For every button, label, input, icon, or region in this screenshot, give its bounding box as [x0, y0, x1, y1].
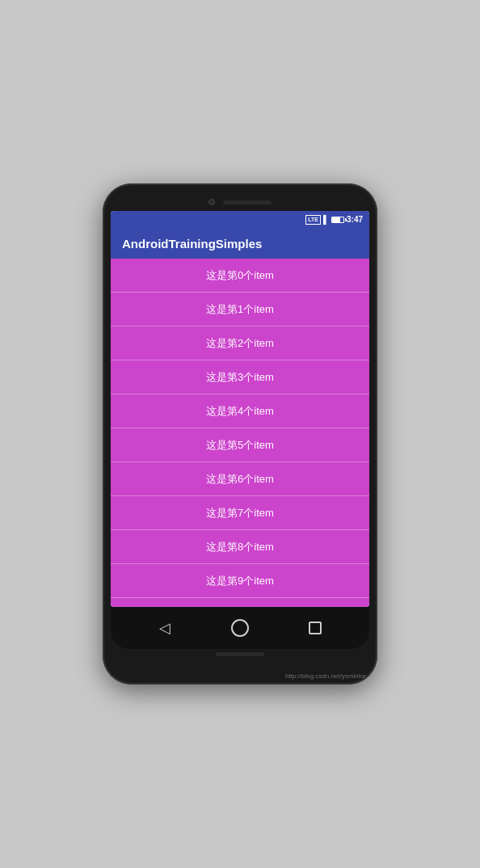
list-item-text: 这是第5个item: [206, 438, 274, 453]
list-item-text: 这是第4个item: [206, 404, 274, 419]
list-item[interactable]: 这是第6个item: [111, 462, 369, 496]
app-title: AndroidTrainingSimples: [122, 237, 358, 251]
list-item[interactable]: 这是第2个item: [111, 327, 369, 360]
list-item[interactable]: 这是第7个item: [111, 496, 369, 530]
speaker-top: [223, 200, 272, 204]
phone-bottom-bar: ◁: [111, 607, 369, 649]
list-item-text: 这是第7个item: [206, 506, 274, 520]
list-item[interactable]: 这是第8个item: [111, 530, 369, 564]
recent-button[interactable]: [303, 616, 327, 640]
watermark: http://blog.csdn.net/ysmintor: [285, 672, 366, 680]
phone-speaker-bottom: [111, 652, 369, 656]
list-item[interactable]: 这是第1个item: [111, 293, 369, 327]
phone-top-bar: [111, 193, 369, 211]
list-item-text: 这是第9个item: [206, 574, 274, 588]
list-item-text: 这是第2个item: [206, 336, 274, 351]
home-icon: [231, 619, 249, 637]
status-bar-time: 3:47: [347, 215, 363, 224]
back-button[interactable]: ◁: [153, 616, 177, 640]
lte-icon: LTE: [305, 215, 321, 225]
app-bar: AndroidTrainingSimples: [111, 229, 369, 259]
signal-icon: ▌: [323, 215, 329, 224]
list-item[interactable]: 这是第3个item: [111, 360, 369, 394]
list-item-text: 这是第8个item: [206, 540, 274, 554]
recent-icon: [309, 622, 322, 634]
status-icons: LTE ▌ 3:47: [305, 215, 363, 225]
list-item[interactable]: 这是第5个item: [111, 428, 369, 462]
list-container[interactable]: 这是第0个item这是第1个item这是第2个item这是第3个item这是第4…: [111, 259, 369, 607]
phone-screen: LTE ▌ 3:47 AndroidTrainingSimples 这是第0个i…: [111, 211, 369, 607]
list-item[interactable]: 这是第10个item: [111, 598, 369, 607]
list-item-text: 这是第3个item: [206, 370, 274, 385]
list-item[interactable]: 这是第0个item: [111, 259, 369, 293]
list-item-text: 这是第1个item: [206, 302, 274, 317]
status-bar: LTE ▌ 3:47: [111, 211, 369, 229]
phone-frame: LTE ▌ 3:47 AndroidTrainingSimples 这是第0个i…: [103, 183, 377, 685]
battery-icon: [331, 217, 344, 223]
battery-fill: [332, 217, 341, 222]
list-item[interactable]: 这是第9个item: [111, 564, 369, 598]
list-item[interactable]: 这是第4个item: [111, 394, 369, 428]
speaker-bottom: [216, 652, 264, 656]
list-item-text: 这是第6个item: [206, 472, 274, 487]
camera: [208, 199, 215, 205]
home-button[interactable]: [228, 616, 252, 640]
list-item-text: 这是第0个item: [206, 268, 274, 283]
